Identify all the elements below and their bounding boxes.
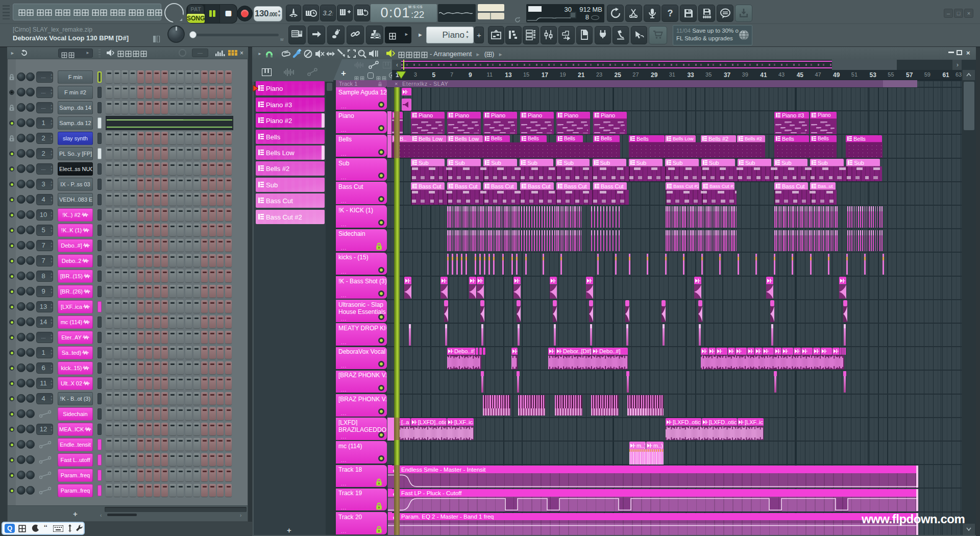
svg-text:?: ? — [667, 8, 673, 18]
